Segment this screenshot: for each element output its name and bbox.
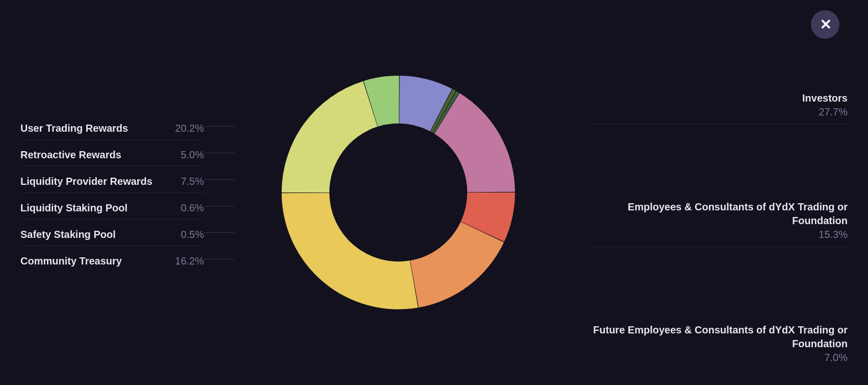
logo-icon: ✕ [811, 10, 839, 39]
left-legend-item: Safety Staking Pool 0.5% [20, 220, 204, 246]
legend-label: Safety Staking Pool [20, 229, 116, 240]
legend-label: Liquidity Provider Rewards [20, 176, 152, 187]
left-legend: User Trading Rewards 20.2% Retroactive R… [0, 0, 214, 385]
right-legend: Investors 27.7% Employees & Consultants … [582, 0, 868, 385]
right-legend-item: Investors 27.7% [593, 81, 848, 125]
main-container: ✕ User Trading Rewards 20.2% Retroactive… [0, 0, 868, 385]
legend-value: 7.5% [181, 176, 204, 187]
legend-label: Retroactive Rewards [20, 149, 121, 161]
right-legend-item: Employees & Consultants of dYdX Trading … [593, 190, 848, 247]
right-legend-item: Future Employees & Consultants of dYdX T… [593, 313, 848, 370]
left-legend-item: Liquidity Provider Rewards 7.5% [20, 166, 204, 193]
right-legend-label: Future Employees & Consultants of dYdX T… [593, 323, 848, 351]
legend-value: 0.5% [181, 229, 204, 240]
chart-area [214, 60, 582, 325]
legend-label: Community Treasury [20, 255, 122, 267]
legend-label: User Trading Rewards [20, 123, 128, 134]
legend-label: Liquidity Staking Pool [20, 202, 127, 214]
header-area: ✕ [811, 10, 848, 39]
left-legend-item: Retroactive Rewards 5.0% [20, 140, 204, 166]
right-legend-value: 15.3% [593, 229, 848, 240]
legend-value: 5.0% [181, 149, 204, 161]
left-legend-item: Liquidity Staking Pool 0.6% [20, 193, 204, 220]
legend-value: 0.6% [181, 202, 204, 214]
right-legend-label: Investors [593, 91, 848, 105]
donut-chart [266, 60, 531, 325]
left-legend-item: User Trading Rewards 20.2% [20, 113, 204, 140]
right-legend-value: 27.7% [593, 106, 848, 118]
right-legend-label: Employees & Consultants of dYdX Trading … [593, 200, 848, 228]
donut-hole [330, 125, 466, 260]
legend-value: 20.2% [175, 123, 204, 134]
right-legend-value: 7.0% [593, 352, 848, 364]
legend-value: 16.2% [175, 255, 204, 267]
left-legend-item: Community Treasury 16.2% [20, 246, 204, 272]
